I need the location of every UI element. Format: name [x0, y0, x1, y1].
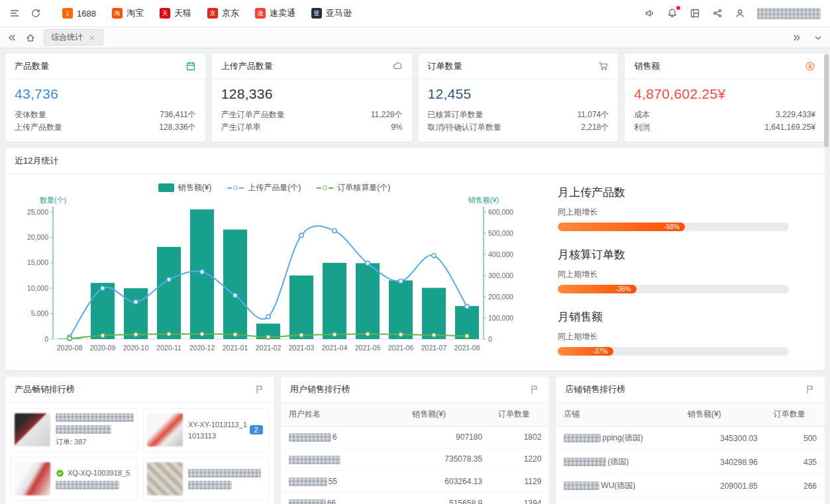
page-scrollbar[interactable]	[824, 50, 829, 501]
menu-icon[interactable]	[9, 8, 20, 19]
product-image-redacted	[147, 462, 183, 495]
legend-item[interactable]: 销售额(¥)	[158, 182, 212, 193]
column-header: 销售额(¥)	[680, 403, 766, 427]
platform-tab[interactable]: 淘淘宝	[105, 5, 150, 22]
table-row[interactable]: 55603264.131129	[281, 470, 550, 492]
cart-icon[interactable]	[598, 61, 609, 72]
legend-item[interactable]: 订单核算量(个)	[317, 182, 390, 193]
stat-cards-row: 产品数量43,736变体数量736,411个上传产品数量128,336个上传产品…	[5, 54, 825, 142]
product-image-redacted	[15, 413, 50, 446]
scroll-tabs-right-icon[interactable]	[792, 32, 802, 43]
platform-tab-label: 天猫	[174, 7, 191, 19]
stat-card-title: 订单数量	[428, 60, 462, 72]
announcement-icon[interactable]	[645, 8, 655, 19]
table-row[interactable]: 66515658.91394	[281, 492, 550, 504]
platform-tab[interactable]: 天天猫	[153, 5, 198, 22]
notification-dot	[676, 6, 680, 10]
chart-section-title: 近12月统计	[15, 155, 58, 167]
user-icon[interactable]	[735, 8, 745, 19]
legend-item[interactable]: 上传产品量(个)	[227, 182, 301, 193]
growth-value: -36%	[615, 285, 631, 293]
product-card[interactable]	[143, 457, 269, 501]
stat-card-value: 12,455	[428, 86, 609, 102]
growth-subtitle: 同上期增长	[558, 331, 789, 342]
svg-text:2021-03: 2021-03	[289, 344, 315, 352]
stat-row-label: 变体数量	[15, 109, 46, 121]
redacted-name	[564, 434, 601, 442]
scroll-tabs-left-icon[interactable]	[7, 32, 17, 43]
product-card[interactable]: XY-XY-1013113_110131132	[143, 408, 269, 452]
table-row[interactable]: (德国)340298.96435	[556, 450, 825, 474]
flag-icon[interactable]	[529, 384, 540, 395]
svg-text:300,000: 300,000	[488, 272, 513, 279]
table-row[interactable]: WU(德国)209001.85266	[556, 474, 825, 498]
row-name-suffix: (德国)	[607, 457, 629, 466]
stat-row-value: 11,074个	[577, 109, 609, 121]
flag-icon[interactable]	[254, 384, 265, 395]
row-name: 55	[281, 470, 405, 492]
product-card[interactable]: 订单: 387	[11, 408, 138, 452]
notification-bell-button[interactable]	[667, 8, 678, 19]
row-sales: 735078.35	[404, 448, 490, 470]
svg-text:400,000: 400,000	[488, 250, 513, 258]
platform-tab[interactable]: 京京东	[201, 5, 246, 22]
svg-text:2020-11: 2020-11	[156, 344, 182, 352]
dashboard-content: 产品数量43,736变体数量736,411个上传产品数量128,336个上传产品…	[0, 48, 830, 504]
platform-tab[interactable]: 速速卖通	[248, 5, 302, 22]
refresh-icon[interactable]	[30, 8, 41, 19]
row-orders: 1129	[490, 470, 549, 492]
product-panel-title: 产品畅销排行榜	[15, 383, 75, 395]
stat-row-value: 2,218个	[581, 121, 609, 134]
table-row[interactable]: n(日本)199265.69840	[556, 498, 825, 504]
platform-favicon: 淘	[112, 8, 123, 19]
flag-icon[interactable]	[805, 384, 815, 395]
tab-list-dropdown-icon[interactable]	[813, 32, 823, 43]
home-tab-icon[interactable]	[25, 32, 36, 43]
scrollbar-thumb[interactable]	[824, 54, 829, 147]
app-window: 11688淘淘宝天天猫京京东速速卖通亚亚马逊 综合统计 产品数量43,736变体…	[0, 0, 830, 504]
svg-text:15,000: 15,000	[27, 258, 48, 266]
row-name-suffix: pping(德国)	[602, 433, 643, 442]
svg-text:2021-02: 2021-02	[256, 344, 282, 352]
platform-tab[interactable]: 11688	[56, 5, 103, 21]
product-card[interactable]: XQ-XQ-1003918_5	[11, 457, 138, 501]
close-tab-icon[interactable]	[88, 34, 96, 42]
stat-card-value: 43,736	[15, 86, 196, 102]
yen-icon[interactable]	[805, 61, 815, 72]
row-sales: 340298.96	[680, 450, 766, 474]
platform-favicon: 亚	[311, 8, 322, 19]
share-icon[interactable]	[712, 8, 723, 19]
svg-text:5,000: 5,000	[31, 309, 48, 317]
stat-row-label: 利润	[634, 121, 650, 134]
user-name-redacted[interactable]	[757, 8, 821, 19]
platform-tab-label: 速卖通	[270, 7, 295, 19]
growth-progressbar: -58%	[558, 223, 789, 231]
table-row[interactable]: pping(德国)345300.03500	[556, 427, 825, 450]
svg-text:0: 0	[44, 335, 48, 343]
calendar-icon[interactable]	[185, 61, 196, 72]
table-row[interactable]: 69071801802	[281, 427, 550, 448]
row-orders: 840	[766, 498, 825, 504]
user-ranking-table: 用户姓名销售额(¥)订单数量69071801802735078.35122055…	[281, 403, 550, 504]
platform-tab[interactable]: 亚亚马逊	[305, 5, 358, 22]
cloud-icon[interactable]	[392, 61, 403, 72]
svg-text:100,000: 100,000	[488, 314, 513, 322]
ranking-panels-row: 产品畅销排行榜 订单: 387XY-XY-1013113_110131132XQ…	[5, 377, 825, 504]
growth-progressbar: -36%	[558, 285, 789, 293]
svg-text:2020-12: 2020-12	[189, 344, 215, 352]
growth-subtitle: 同上期增长	[558, 269, 789, 280]
stat-row-label: 取消/待确认订单数量	[428, 121, 501, 134]
redacted-name	[289, 478, 327, 486]
stat-card-title: 销售额	[634, 60, 660, 72]
growth-block: 月上传产品数同上期增长-58%	[558, 185, 789, 231]
redacted-name	[289, 499, 326, 504]
stat-card-row: 已核算订单数量11,074个	[428, 109, 609, 121]
growth-title: 月上传产品数	[558, 185, 789, 200]
row-sales: 199265.69	[680, 498, 766, 504]
product-image-redacted	[147, 413, 183, 446]
chart-card: 近12月统计 销售额(¥)上传产品量(个)订单核算量(个) 05,00010,0…	[5, 148, 825, 370]
svg-text:2021-08: 2021-08	[454, 344, 480, 352]
tab-active[interactable]: 综合统计	[44, 29, 103, 46]
kanban-icon[interactable]	[690, 8, 700, 19]
table-row[interactable]: 735078.351220	[281, 448, 550, 470]
